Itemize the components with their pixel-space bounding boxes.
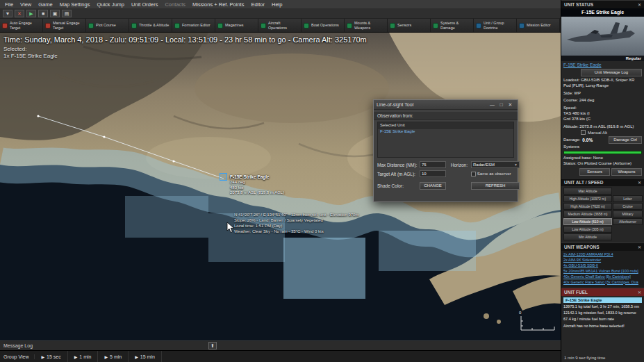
dialog-title-bar[interactable]: Line-of-sight Tool — □ ✕ [374,100,518,110]
unit-photo [561,17,644,56]
menu-editor[interactable]: Editor [247,1,268,8]
change-color-button[interactable]: CHANGE [420,182,446,190]
expand-log-button[interactable]: ⬆ [208,342,217,349]
menu-map-settings[interactable]: Map Settings [56,1,94,8]
observation-from-label: Observation from: [374,112,518,120]
low-altitude-610-button[interactable]: Low Altitude (610 m) [563,218,612,225]
time-step-1min[interactable]: ▶1 min [68,351,99,362]
weapon-item[interactable]: 4x GBU-53/B SDB-II [563,263,642,269]
menu-view[interactable]: View [17,1,35,8]
horizon-select[interactable]: Radar/ESM ▼ [471,161,520,168]
damage-ctrl-button[interactable]: Damage Ctrl [609,136,642,144]
weapon-item[interactable]: 40x Generic Chaff Salvo [8x Cartridges] [563,274,642,280]
unit-message-log-button[interactable]: Unit Message Log [581,69,642,76]
boat-icon [304,23,309,28]
weapon-item[interactable]: 40x Generic Flare Salvo [3x Cartridges, … [563,280,642,286]
camera-icon[interactable]: ▣ [50,10,60,17]
unit-group-doctrine-button[interactable]: Unit / Group Doctrine [474,19,517,32]
weapon-item[interactable]: 5x 20mm/85 M61A1 Vulcan Burst [100 rnds] [563,269,642,274]
engage-icon [2,23,8,28]
dropdown-icon[interactable]: ▼ [3,10,13,17]
formation-icon [174,23,180,28]
time-step-15sec[interactable]: ▶15 sec [35,351,67,362]
fuel-total-line: 13975.1 kg total fuel, 3 hr 27 min, 1658… [561,304,644,310]
fuel-burn-line: 67.4 kg / minute fuel burn rate [561,316,644,322]
throttle-altitude-button[interactable]: Throttle & Altitude [129,19,172,32]
weapon-item[interactable]: 2x AIM-9X Sidewinder [563,258,642,263]
close-icon[interactable]: ✕ [506,102,515,108]
magazines-icon [217,23,223,28]
menu-quick-jump[interactable]: Quick Jump [93,1,128,8]
observer-list-item[interactable]: F-15E Strike Eagle [378,129,513,134]
time-step-5min[interactable]: ▶5 min [98,351,129,362]
auto-engage-target-button[interactable]: Auto Engage Target [0,19,43,32]
menu-game[interactable]: Game [35,1,56,8]
horizon-label: Horizon: [448,163,469,167]
manual-alt-checkbox[interactable] [581,130,586,135]
plot-course-button[interactable]: Plot Course [86,19,129,32]
target-alt-input[interactable]: 10 [420,170,446,177]
loiter-button[interactable]: Loiter [613,195,643,202]
sensors-icon [390,23,395,28]
afterburner-button[interactable]: Afterburner [613,218,643,225]
close-icon[interactable]: ✕ [638,2,641,7]
group-view-toggle[interactable]: Group View [0,354,35,359]
min-altitude-button[interactable]: Min Altitude [563,233,612,240]
magazines-button[interactable]: Magazines [215,19,258,32]
maximize-icon[interactable]: □ [497,102,506,107]
menu-contacts: Contacts [161,1,189,8]
minimize-icon[interactable]: — [488,102,497,107]
high-altitude-7620-button[interactable]: High Altitude (7620 m) [563,203,612,210]
weapons-list: 2x AIM-120D AMRAAM P3I.4 2x AIM-9X Sidew… [561,251,644,288]
mounts-weapons-button[interactable]: Mounts & Weapons [345,19,388,32]
unit-database-link[interactable]: F-15E Strike Eagle [561,61,644,68]
low-altitude-305-button[interactable]: Low Altitude (305 m) [563,226,612,233]
time-step-15min[interactable]: ▶15 min [129,351,162,362]
damage-label: Damage: [563,138,580,143]
sensors-panel-button[interactable]: Sensors [579,168,610,176]
damage-icon [433,23,438,28]
same-as-observer-checkbox[interactable] [471,172,476,176]
max-distance-input[interactable]: 75 [420,161,446,168]
refresh-button[interactable]: REFRESH [471,182,520,190]
menu-bar: File View Game Map Settings Quick Jump U… [0,0,561,8]
selected-value: 1x F-15E Strike Eagle [3,53,58,60]
damage-row: Damage: 0.0% Damage Ctrl [561,135,644,145]
weapons-panel-button[interactable]: Weapons [611,168,642,176]
systems-damage-button[interactable]: Systems & Damage [431,19,474,32]
manual-engage-target-button[interactable]: Manual Engage Target [43,19,86,32]
sensors-button[interactable]: Sensors [388,19,431,32]
formation-editor-button[interactable]: Formation Editor [172,19,215,32]
boat-operations-button[interactable]: Boat Operations [302,19,345,32]
mounts-icon [347,23,352,28]
close-icon[interactable]: ✕ [638,245,641,249]
max-altitude-button[interactable]: Max Altitude [563,188,612,195]
stop-icon[interactable]: ■ [38,10,48,17]
observer-list[interactable]: Selected Unit F-15E Strike Eagle [377,122,514,158]
medium-altitude-button[interactable]: Medium Altitude (3658 m) [563,211,612,217]
menu-help[interactable]: Help [268,1,286,8]
close-icon[interactable]: ✕ [638,180,641,185]
weapon-item[interactable]: 2x AIM-120D AMRAAM P3I.4 [563,252,642,258]
menu-file[interactable]: File [1,1,17,8]
menu-missions-refpoints[interactable]: Missions + Ref. Points [189,1,247,8]
cruise-button[interactable]: Cruise [613,203,643,210]
same-as-observer-row[interactable]: Same as observer [471,171,520,176]
play-icon[interactable]: ▶ [26,10,36,17]
speed-grd: Grd 378 kts (C [561,117,644,122]
military-button[interactable]: Military [613,211,643,217]
course-text: Course: 244 deg [561,98,644,104]
unit-map-icon[interactable] [220,173,227,181]
loadout-text: Loadout: GBU-53/B SDB-II, Sniper XR Pod … [561,78,644,89]
manual-alt-row[interactable]: Manual Alt [561,129,644,135]
unit-status-text: Status: On Plotted Course (Airborne) [561,161,644,167]
close-icon[interactable]: ✕ [638,290,641,295]
fuel-selected-unit[interactable]: F-15E Strike Eagle [563,297,642,303]
aircraft-operations-button[interactable]: Aircraft Operations [258,19,302,32]
message-log-bar: Message Log ⬆ [0,340,561,350]
close-icon[interactable]: ✕ [15,10,24,17]
high-altitude-10972-button[interactable]: High Altitude (10972 m) [563,195,612,202]
menu-unit-orders[interactable]: Unit Orders [128,1,161,8]
mission-editor-button[interactable]: Mission Editor [517,19,560,32]
panel-icon[interactable]: ▤ [62,10,72,17]
